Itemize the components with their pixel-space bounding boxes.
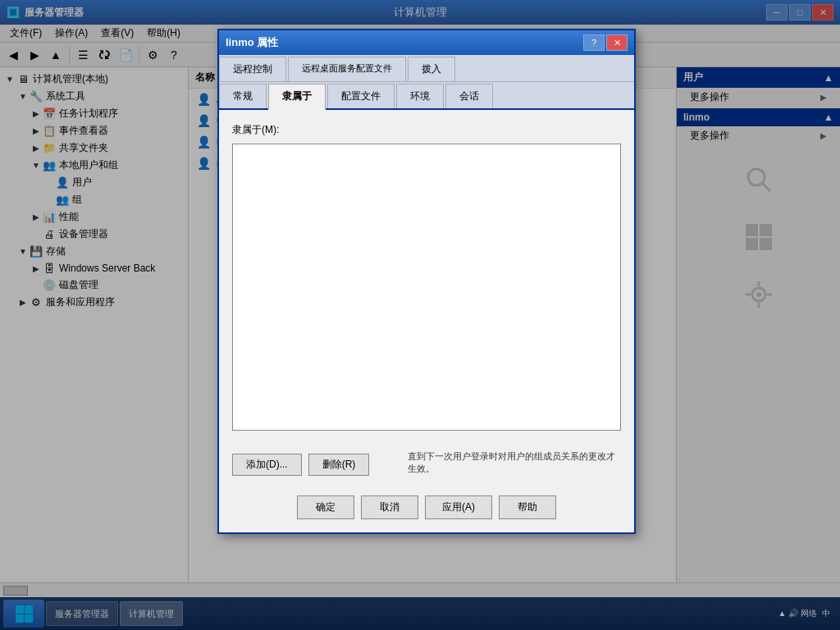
member-of-label: 隶属于(M): [232,123,621,137]
dialog-title: linmo 属性 [226,35,278,50]
tab-remote-desktop[interactable]: 远程桌面服务配置文件 [288,57,406,81]
tab-session[interactable]: 会话 [445,84,493,108]
dialog-footer: 确定 取消 应用(A) 帮助 [219,489,634,532]
dialog-bottom-row: 添加(D)... 删除(R) 直到下一次用户登录时对用户的组成员关系的更改才生效… [219,444,634,489]
dialog: linmo 属性 ? ✕ 远程控制 远程桌面服务配置文件 拨入 常规 隶属于 配… [217,29,636,534]
dialog-tabs-row1: 远程控制 远程桌面服务配置文件 拨入 [219,55,634,82]
dialog-title-bar: linmo 属性 ? ✕ [219,30,634,55]
add-button[interactable]: 添加(D)... [232,454,302,476]
dialog-info-text: 直到下一次用户登录时对用户的组成员关系的更改才生效。 [408,450,621,476]
tab-general[interactable]: 常规 [219,84,267,108]
help-footer-button[interactable]: 帮助 [499,495,556,519]
dialog-actions: 添加(D)... 删除(R) [232,454,369,476]
tab-profile[interactable]: 配置文件 [327,84,395,108]
tab-remote-control[interactable]: 远程控制 [219,57,286,81]
dialog-tabs-row2: 常规 隶属于 配置文件 环境 会话 [219,82,634,110]
member-of-listbox[interactable] [232,144,621,431]
cancel-button[interactable]: 取消 [361,495,418,519]
tab-dial-in[interactable]: 拨入 [408,57,455,81]
tab-member-of[interactable]: 隶属于 [268,84,326,110]
dialog-controls: ? ✕ [583,34,628,51]
dialog-help-button[interactable]: ? [583,34,605,51]
dialog-close-button[interactable]: ✕ [606,34,628,51]
tab-environment[interactable]: 环境 [396,84,444,108]
remove-button[interactable]: 删除(R) [308,454,370,476]
dialog-content: 隶属于(M): [219,110,634,444]
modal-overlay: linmo 属性 ? ✕ 远程控制 远程桌面服务配置文件 拨入 常规 隶属于 配… [0,0,840,630]
apply-button[interactable]: 应用(A) [425,495,492,519]
ok-button[interactable]: 确定 [297,495,354,519]
